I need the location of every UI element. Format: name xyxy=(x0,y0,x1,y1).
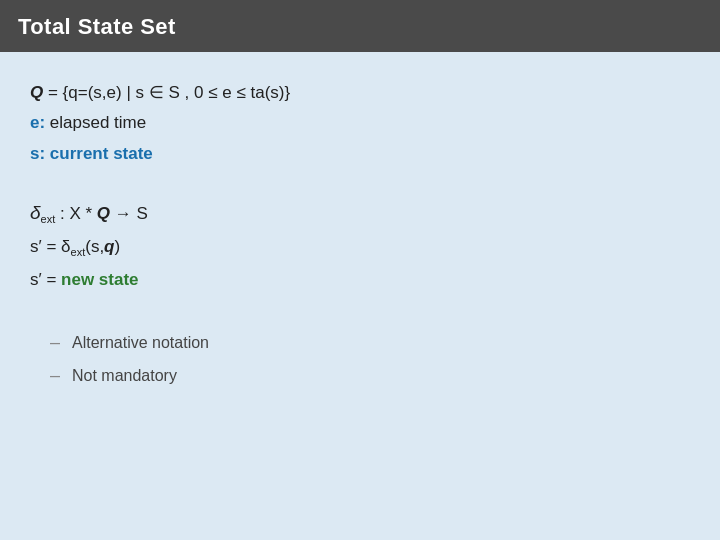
bullet-item-2: – Not mandatory xyxy=(50,362,690,389)
e-label: e: xyxy=(30,113,45,132)
delta-line2-prefix: s′ = δ xyxy=(30,237,71,256)
delta-line1-suffix: : X * Q → S xyxy=(55,204,148,223)
dash-icon-1: – xyxy=(50,329,64,356)
bullet-text-1: Alternative notation xyxy=(72,331,209,355)
bullet-text-2: Not mandatory xyxy=(72,364,177,388)
ext-sub-2: ext xyxy=(71,247,86,259)
delta-line2: s′ = δext(s,q) xyxy=(30,233,690,262)
title-bar: Total State Set xyxy=(0,0,720,52)
e-label-line: e: elapsed time xyxy=(30,110,690,136)
s-label: s: xyxy=(30,144,45,163)
e-desc: elapsed time xyxy=(45,113,146,132)
dash-icon-2: – xyxy=(50,362,64,389)
slide-title: Total State Set xyxy=(18,14,176,39)
q-symbol: Q xyxy=(30,83,43,102)
bullet-item-1: – Alternative notation xyxy=(50,329,690,356)
q-definition-line: Q = {q=(s,e) | s ∈ S , 0 ≤ e ≤ ta(s)} xyxy=(30,80,690,106)
s-desc: current state xyxy=(45,144,153,163)
delta-line2-suffix: (s,q) xyxy=(85,237,120,256)
delta-line1: δext : X * Q → S xyxy=(30,197,690,229)
delta-line3-label: s′ = xyxy=(30,270,61,289)
slide: Total State Set Q = {q=(s,e) | s ∈ S , 0… xyxy=(0,0,720,540)
content-area: Q = {q=(s,e) | s ∈ S , 0 ≤ e ≤ ta(s)} e:… xyxy=(0,52,720,540)
q-definition-body: = {q=(s,e) | s ∈ S , 0 ≤ e ≤ ta(s)} xyxy=(43,83,290,102)
delta-line3-value: new state xyxy=(61,270,138,289)
delta-line3: s′ = new state xyxy=(30,266,690,295)
delta-section: δext : X * Q → S s′ = δext(s,q) s′ = new… xyxy=(30,197,690,299)
delta-sym-1: δ xyxy=(30,202,41,223)
ext-sub-1: ext xyxy=(41,213,56,225)
s-label-line: s: current state xyxy=(30,141,690,167)
bullet-section: – Alternative notation – Not mandatory xyxy=(50,329,690,389)
